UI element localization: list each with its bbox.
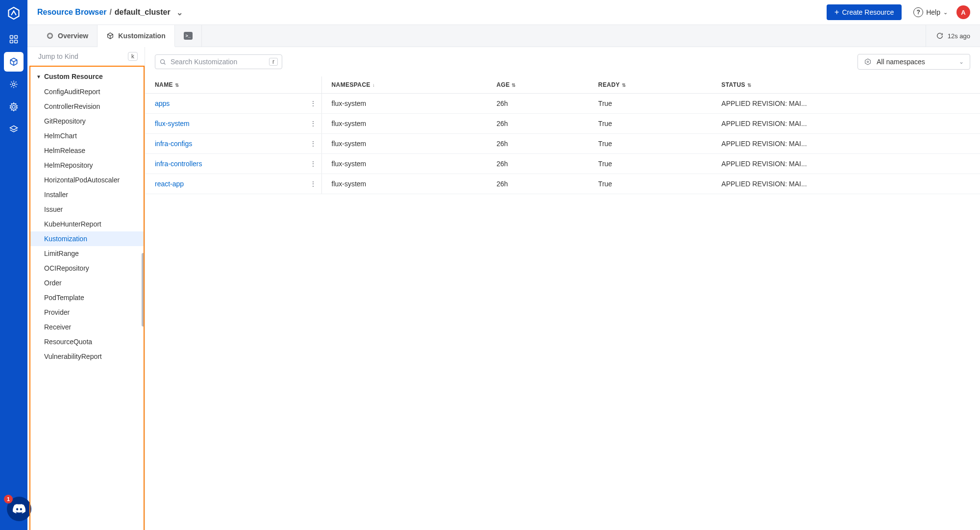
chevron-down-icon: ⌄ (943, 9, 948, 16)
kind-item-helmrepository[interactable]: HelmRepository (30, 158, 144, 173)
cell-age: 26h (487, 94, 588, 114)
kind-item-controllerrevision[interactable]: ControllerRevision (30, 99, 144, 114)
breadcrumb: Resource Browser / default_cluster ⌄ (37, 8, 183, 17)
table-row: flux-system⋮flux-system26hTrueAPPLIED RE… (145, 114, 980, 134)
search-shortcut: r (269, 58, 278, 66)
col-name[interactable]: NAME⇅ (145, 76, 321, 94)
content: r All namespaces ⌄ NAME⇅ (145, 47, 980, 530)
avatar[interactable]: A (956, 5, 970, 19)
kind-item-order[interactable]: Order (30, 276, 144, 290)
discord-badge: 1 (4, 495, 13, 504)
search-input[interactable] (171, 58, 265, 66)
cell-age: 26h (487, 114, 588, 134)
kind-item-vulnerabilityreport[interactable]: VulnerabilityReport (30, 349, 144, 364)
col-namespace[interactable]: NAMESPACE↓ (321, 76, 487, 94)
content-toolbar: r All namespaces ⌄ (145, 47, 980, 76)
resource-link[interactable]: react-app (155, 180, 184, 188)
kind-item-kustomization[interactable]: Kustomization (30, 231, 144, 246)
svg-point-4 (12, 83, 15, 85)
kind-item-receiver[interactable]: Receiver (30, 320, 144, 334)
kind-item-horizontalpodautoscaler[interactable]: HorizontalPodAutoscaler (30, 173, 144, 187)
svg-point-5 (12, 105, 15, 108)
cell-status: APPLIED REVISION: MAI... (711, 174, 980, 194)
kind-item-podtemplate[interactable]: PodTemplate (30, 290, 144, 305)
chevron-down-icon[interactable]: ⌄ (176, 8, 183, 17)
cell-ready: True (588, 154, 711, 174)
cell-namespace: flux-system (321, 94, 487, 114)
scrollbar-thumb[interactable] (142, 253, 145, 327)
tab-kustomization-label: Kustomization (118, 32, 165, 40)
triangle-down-icon: ▼ (36, 74, 41, 79)
tab-kustomization[interactable]: Kustomization (98, 25, 174, 47)
cell-status: APPLIED REVISION: MAI... (711, 134, 980, 154)
svg-rect-0 (10, 36, 13, 39)
breadcrumb-root-link[interactable]: Resource Browser (37, 8, 106, 17)
kind-item-gitrepository[interactable]: GitRepository (30, 114, 144, 128)
help-menu[interactable]: ? Help ⌄ (913, 7, 948, 17)
resource-link[interactable]: apps (155, 100, 170, 107)
table-row: react-app⋮flux-system26hTrueAPPLIED REVI… (145, 174, 980, 194)
group-custom-resource[interactable]: ▼ Custom Resource (30, 69, 144, 84)
col-age[interactable]: AGE⇅ (487, 76, 588, 94)
create-resource-button[interactable]: + Create Resource (827, 4, 902, 20)
svg-point-8 (161, 59, 165, 63)
nav-resource-browser[interactable] (4, 52, 24, 72)
cell-namespace: flux-system (321, 134, 487, 154)
row-menu-icon[interactable]: ⋮ (310, 100, 317, 107)
kind-item-helmchart[interactable]: HelmChart (30, 128, 144, 143)
nav-apps[interactable] (4, 29, 24, 49)
row-menu-icon[interactable]: ⋮ (310, 180, 317, 188)
resource-table: NAME⇅ NAMESPACE↓ AGE⇅ READY⇅ STATUS⇅ app… (145, 76, 980, 194)
kind-item-kubehunterreport[interactable]: KubeHunterReport (30, 217, 144, 231)
sidebar: k ▼ Custom Resource ConfigAuditReportCon… (27, 47, 145, 530)
refresh-icon (936, 32, 944, 40)
kind-item-resourcequota[interactable]: ResourceQuota (30, 334, 144, 349)
resource-link[interactable]: infra-controllers (155, 160, 202, 168)
svg-rect-2 (10, 40, 13, 43)
kind-item-installer[interactable]: Installer (30, 187, 144, 202)
jump-shortcut: k (128, 52, 138, 61)
cell-status: APPLIED REVISION: MAI... (711, 154, 980, 174)
table-row: apps⋮flux-system26hTrueAPPLIED REVISION:… (145, 94, 980, 114)
namespace-icon (864, 58, 872, 66)
row-menu-icon[interactable]: ⋮ (310, 120, 317, 127)
nav-settings[interactable] (4, 97, 24, 117)
nav-stack[interactable] (4, 120, 24, 139)
kind-item-configauditreport[interactable]: ConfigAuditReport (30, 84, 144, 99)
search-box: r (155, 54, 282, 69)
row-menu-icon[interactable]: ⋮ (310, 140, 317, 148)
cell-status: APPLIED REVISION: MAI... (711, 114, 980, 134)
breadcrumb-current[interactable]: default_cluster (115, 8, 171, 17)
group-label: Custom Resource (44, 73, 103, 80)
cell-ready: True (588, 174, 711, 194)
tab-overview[interactable]: Overview (37, 25, 98, 47)
cell-status: APPLIED REVISION: MAI... (711, 94, 980, 114)
nav-cluster[interactable] (4, 75, 24, 94)
kind-item-limitrange[interactable]: LimitRange (30, 246, 144, 261)
search-icon (159, 58, 167, 66)
svg-rect-3 (15, 40, 18, 43)
kind-item-issuer[interactable]: Issuer (30, 202, 144, 217)
row-menu-icon[interactable]: ⋮ (310, 160, 317, 168)
jump-to-kind: k (27, 47, 145, 66)
col-status[interactable]: STATUS⇅ (711, 76, 980, 94)
topbar: Resource Browser / default_cluster ⌄ + C… (27, 0, 980, 25)
help-label: Help (926, 8, 940, 16)
kind-list: ▼ Custom Resource ConfigAuditReportContr… (29, 66, 145, 530)
cell-ready: True (588, 134, 711, 154)
tabstrip: Overview Kustomization >_ 12s ago (27, 25, 980, 47)
create-resource-label: Create Resource (842, 8, 894, 16)
cell-age: 26h (487, 134, 588, 154)
namespace-select[interactable]: All namespaces ⌄ (858, 54, 970, 70)
tab-terminal[interactable]: >_ (175, 25, 202, 47)
resource-link[interactable]: infra-configs (155, 140, 192, 148)
jump-to-kind-input[interactable] (38, 52, 124, 60)
kind-item-ocirepository[interactable]: OCIRepository (30, 261, 144, 276)
sync-status[interactable]: 12s ago (926, 25, 980, 47)
table-row: infra-controllers⋮flux-system26hTrueAPPL… (145, 154, 980, 174)
kind-item-helmrelease[interactable]: HelmRelease (30, 143, 144, 158)
sync-text: 12s ago (948, 32, 970, 40)
kind-item-provider[interactable]: Provider (30, 305, 144, 320)
col-ready[interactable]: READY⇅ (588, 76, 711, 94)
resource-link[interactable]: flux-system (155, 120, 190, 127)
